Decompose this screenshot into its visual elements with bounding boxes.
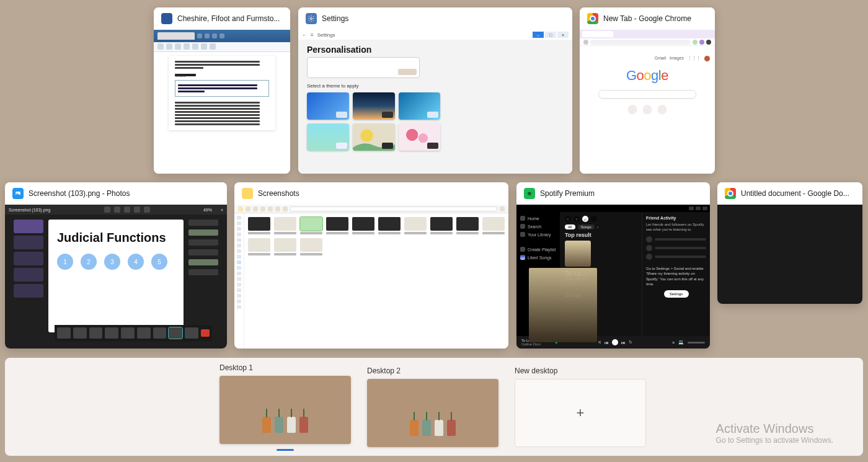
cut-icon xyxy=(246,207,250,211)
window-chrome-newtab[interactable]: New Tab - Google Chrome GmailImages⋮⋮⋮ G… xyxy=(580,7,715,174)
zoom-label: 49% xyxy=(203,208,212,212)
theme-option xyxy=(353,123,395,151)
photos-icon xyxy=(12,188,24,199)
watermark-sub: Go to Settings to activate Windows. xyxy=(716,436,833,445)
next-icon: ⏭ xyxy=(621,340,626,345)
repeat-icon: ↻ xyxy=(629,340,632,345)
slide-heading: Judicial Functions xyxy=(57,231,175,245)
window-thumbnail: Screenshot (103).png 49% × Judicial Func… xyxy=(5,205,227,349)
theme-option xyxy=(307,123,349,151)
window-title: Untitled document - Google Do... xyxy=(741,189,849,198)
subheading: Select a theme to apply xyxy=(307,83,564,89)
window-title: New Tab - Google Chrome xyxy=(603,14,691,23)
friend-activity-heading: Friend Activity xyxy=(646,216,706,220)
nav-create-playlist: Create Playlist xyxy=(528,247,556,252)
minimize-icon: – xyxy=(533,32,544,38)
back-icon: ← xyxy=(302,32,307,38)
rename-icon xyxy=(268,207,273,211)
search-icon xyxy=(500,207,505,211)
window-header: Settings xyxy=(298,7,572,30)
search-input xyxy=(598,90,696,99)
desktop-thumbnail[interactable] xyxy=(367,379,498,447)
settings-icon xyxy=(306,13,317,24)
library-icon xyxy=(520,232,525,237)
window-header: Screenshots xyxy=(234,182,508,205)
chip-songs: Songs xyxy=(578,224,595,229)
window-google-docs[interactable]: Untitled document - Google Do... xyxy=(717,182,862,304)
desktop-1[interactable]: Desktop 1 xyxy=(219,363,351,451)
chrome-icon xyxy=(587,13,598,24)
theme-preview xyxy=(307,57,420,78)
artist-image xyxy=(529,268,597,342)
edit-icon xyxy=(104,207,110,213)
theme-option xyxy=(307,92,349,120)
page-heading: Personalisation xyxy=(307,45,564,55)
window-title: Settings xyxy=(322,14,348,23)
menu-icon: ≡ xyxy=(311,32,314,38)
more-icon xyxy=(144,207,150,213)
window-spotify[interactable]: Spotify Premium Home Search Your Library… xyxy=(516,182,710,349)
nav-library: Your Library xyxy=(528,233,551,237)
doc-heading: Mistake xyxy=(175,74,195,76)
devices-icon: 💻 xyxy=(678,340,684,345)
theme-option xyxy=(399,92,441,120)
window-photos[interactable]: Screenshot (103).png - Photos Screenshot… xyxy=(5,182,227,349)
album-cover xyxy=(565,241,591,267)
window-header: New Tab - Google Chrome xyxy=(580,7,715,30)
new-desktop-button[interactable]: + xyxy=(515,379,646,447)
window-thumbnail xyxy=(717,205,862,304)
task-view-overlay: Cheshire, Fifoot and Furmsto... Mistake … xyxy=(0,0,868,462)
window-title: Cheshire, Fifoot and Furmsto... xyxy=(177,14,280,23)
window-header: Untitled document - Google Do... xyxy=(717,182,862,205)
theme-option xyxy=(353,92,395,120)
word-icon xyxy=(161,13,172,24)
maximize-icon: □ xyxy=(545,32,556,38)
explorer-nav xyxy=(234,213,244,349)
bullet: 1 xyxy=(57,254,73,270)
forward-icon: › xyxy=(574,216,580,222)
bullet: 5 xyxy=(151,254,167,270)
friend-activity-blurb: Let friends and followers on Spotify see… xyxy=(646,222,706,233)
new-icon xyxy=(238,207,243,211)
bullet: 2 xyxy=(81,254,97,270)
desktop-label: Desktop 1 xyxy=(219,363,351,372)
bullet: 3 xyxy=(104,254,120,270)
nav-search: Search xyxy=(528,224,541,229)
address-bar xyxy=(290,207,497,211)
play-icon xyxy=(612,339,618,345)
close-icon xyxy=(702,207,707,210)
window-thumbnail: ← ≡ Settings – □ × Personalisation Selec… xyxy=(298,30,572,174)
file-grid xyxy=(244,213,508,349)
delete-icon xyxy=(283,207,288,211)
spotify-icon xyxy=(524,188,535,199)
volume-slider xyxy=(688,342,705,344)
nav-liked-songs: Liked Songs xyxy=(528,255,552,260)
window-word-document[interactable]: Cheshire, Fifoot and Furmsto... Mistake xyxy=(154,7,290,174)
favorite-icon xyxy=(134,207,140,213)
chip-all: All xyxy=(565,224,575,229)
window-explorer-screenshots[interactable]: Screenshots xyxy=(234,182,508,349)
nav-home: Home xyxy=(528,216,539,221)
maximize-icon xyxy=(696,207,701,210)
window-title: Screenshot (103).png - Photos xyxy=(29,189,130,198)
spotify-main: ‹ › ⌕ All Songs › Top result xyxy=(560,212,642,336)
shuffle-icon: ⤭ xyxy=(598,340,601,345)
plus-icon xyxy=(520,247,525,252)
new-desktop[interactable]: New desktop + xyxy=(515,366,646,447)
settings-button: Settings xyxy=(664,290,689,298)
desktop-thumbnail[interactable] xyxy=(219,376,351,444)
prev-icon: ⏮ xyxy=(604,340,609,345)
back-icon: ‹ xyxy=(565,216,571,222)
window-header: Spotify Premium xyxy=(516,182,710,205)
window-settings[interactable]: Settings ← ≡ Settings – □ × Personalisat… xyxy=(298,7,572,174)
folder-icon xyxy=(242,188,253,199)
svg-point-2 xyxy=(17,193,18,194)
friend-activity-tip: Go to Settings > Social and enable 'Shar… xyxy=(646,266,706,287)
window-thumbnail: Home Search Your Library Create Playlist… xyxy=(516,205,710,349)
desktop-2[interactable]: Desktop 2 xyxy=(367,366,498,447)
bullet: 4 xyxy=(128,254,144,270)
paste-icon xyxy=(260,207,265,211)
svg-point-0 xyxy=(311,18,312,20)
window-title: Spotify Premium xyxy=(540,189,595,198)
close-icon: × xyxy=(557,32,569,38)
